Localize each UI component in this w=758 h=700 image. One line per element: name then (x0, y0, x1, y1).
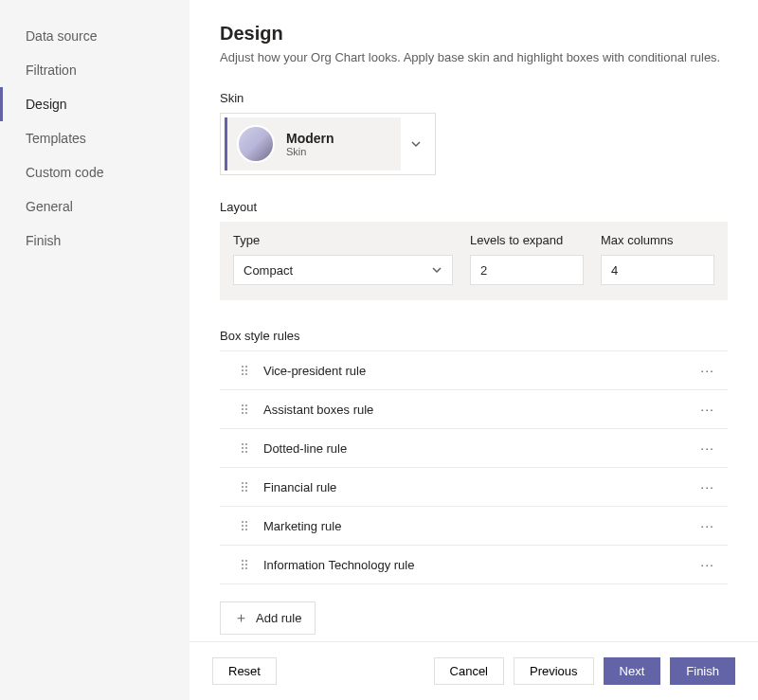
skin-card: Modern Skin (225, 117, 401, 171)
more-icon[interactable]: ··· (693, 363, 722, 378)
finish-button[interactable]: Finish (670, 657, 735, 685)
svg-point-8 (242, 408, 244, 410)
svg-point-20 (242, 486, 244, 488)
rules-list: Vice-president rule ··· Assistant boxes … (220, 350, 728, 584)
rule-row[interactable]: Vice-president rule ··· (220, 350, 728, 390)
svg-point-12 (242, 443, 244, 445)
svg-point-27 (245, 525, 247, 527)
more-icon[interactable]: ··· (693, 557, 722, 572)
layout-section-label: Layout (220, 200, 728, 214)
levels-label: Levels to expand (470, 233, 584, 247)
svg-point-7 (245, 404, 247, 406)
sidebar-item-data-source[interactable]: Data source (0, 19, 190, 53)
next-button[interactable]: Next (604, 657, 661, 685)
skin-sub: Skin (286, 146, 391, 157)
svg-point-16 (242, 451, 244, 453)
svg-point-31 (245, 560, 247, 562)
svg-point-15 (245, 447, 247, 449)
svg-point-35 (245, 567, 247, 569)
chevron-down-icon[interactable] (401, 117, 431, 171)
page-title: Design (220, 23, 728, 45)
plus-icon: ＋ (234, 609, 248, 627)
levels-input[interactable] (470, 255, 584, 285)
sidebar-item-general[interactable]: General (0, 189, 190, 224)
svg-point-32 (242, 564, 244, 565)
drag-handle-icon[interactable] (241, 481, 250, 493)
chevron-down-icon (431, 264, 442, 276)
svg-point-14 (242, 447, 244, 449)
svg-point-1 (245, 366, 247, 368)
svg-point-0 (242, 366, 244, 368)
rule-name: Marketing rule (263, 519, 693, 533)
rule-row[interactable]: Dotted-line rule ··· (220, 429, 728, 468)
more-icon[interactable]: ··· (693, 479, 722, 494)
rule-name: Vice-president rule (263, 364, 693, 378)
rule-row[interactable]: Assistant boxes rule ··· (220, 390, 728, 429)
avatar (237, 125, 275, 163)
svg-point-26 (242, 525, 244, 527)
svg-point-22 (242, 490, 244, 492)
main: Design Adjust how your Org Chart looks. … (190, 0, 758, 700)
svg-point-33 (245, 564, 247, 565)
drag-handle-icon[interactable] (241, 442, 250, 454)
drag-handle-icon[interactable] (241, 365, 250, 376)
page-subtitle: Adjust how your Org Chart looks. Apply b… (220, 50, 728, 64)
svg-point-2 (242, 369, 244, 371)
rule-name: Information Technology rule (263, 558, 693, 572)
more-icon[interactable]: ··· (693, 518, 722, 533)
add-rule-label: Add rule (256, 611, 301, 625)
skin-name: Modern (286, 131, 391, 146)
rule-name: Assistant boxes rule (263, 403, 693, 417)
svg-point-30 (242, 560, 244, 562)
sidebar-item-templates[interactable]: Templates (0, 121, 190, 155)
rule-name: Dotted-line rule (263, 441, 693, 456)
cancel-button[interactable]: Cancel (434, 657, 504, 685)
sidebar-item-finish[interactable]: Finish (0, 224, 190, 258)
svg-point-28 (242, 529, 244, 530)
footer: Reset Cancel Previous Next Finish (190, 641, 758, 700)
sidebar-item-custom-code[interactable]: Custom code (0, 155, 190, 189)
svg-point-6 (242, 404, 244, 406)
drag-handle-icon[interactable] (241, 559, 250, 570)
rule-row[interactable]: Marketing rule ··· (220, 507, 728, 546)
svg-point-24 (242, 521, 244, 523)
svg-point-34 (242, 567, 244, 569)
type-label: Type (233, 233, 453, 247)
reset-button[interactable]: Reset (212, 657, 277, 685)
maxcols-label: Max columns (601, 233, 714, 247)
svg-point-10 (242, 412, 244, 414)
rule-row[interactable]: Financial rule ··· (220, 468, 728, 507)
sidebar: Data source Filtration Design Templates … (0, 0, 190, 700)
drag-handle-icon[interactable] (241, 520, 250, 531)
svg-point-17 (245, 451, 247, 453)
more-icon[interactable]: ··· (693, 440, 722, 456)
skin-texts: Modern Skin (286, 131, 391, 157)
previous-button[interactable]: Previous (514, 657, 594, 685)
rule-row[interactable]: Information Technology rule ··· (220, 546, 728, 584)
svg-point-3 (245, 369, 247, 371)
sidebar-item-filtration[interactable]: Filtration (0, 53, 190, 87)
svg-point-11 (245, 412, 247, 414)
svg-point-18 (242, 482, 244, 484)
svg-point-5 (245, 373, 247, 375)
skin-selector[interactable]: Modern Skin (220, 113, 436, 175)
svg-point-4 (242, 373, 244, 375)
layout-box: Type Compact Levels to expand Max column… (220, 222, 728, 300)
more-icon[interactable]: ··· (693, 402, 722, 417)
sidebar-item-design[interactable]: Design (0, 87, 190, 121)
type-value: Compact (244, 263, 293, 278)
svg-point-23 (245, 490, 247, 492)
svg-point-25 (245, 521, 247, 523)
drag-handle-icon[interactable] (241, 404, 250, 415)
rules-section-label: Box style rules (220, 329, 728, 343)
svg-point-21 (245, 486, 247, 488)
svg-point-13 (245, 443, 247, 445)
content: Design Adjust how your Org Chart looks. … (190, 0, 758, 641)
svg-point-19 (245, 482, 247, 484)
add-rule-button[interactable]: ＋ Add rule (220, 601, 316, 635)
svg-point-29 (245, 529, 247, 530)
svg-point-9 (245, 408, 247, 410)
maxcols-input[interactable] (601, 255, 714, 285)
rule-name: Financial rule (263, 480, 693, 494)
type-select[interactable]: Compact (233, 255, 453, 285)
